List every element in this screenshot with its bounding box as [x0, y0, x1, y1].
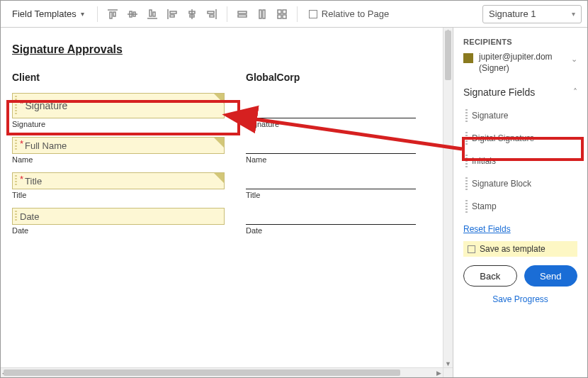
chevron-up-icon: ˄	[573, 87, 577, 97]
field-date[interactable]: Date	[12, 208, 225, 225]
field-fullname[interactable]: *Full Name	[12, 137, 225, 154]
separator	[97, 6, 98, 22]
sigfield-label: Digital Signature	[472, 133, 534, 143]
recipient-role: (Signer)	[479, 63, 553, 74]
relative-to-page-label: Relative to Page	[322, 9, 389, 19]
align-middle-icon[interactable]	[125, 6, 140, 22]
blank-line	[246, 137, 416, 154]
separator	[297, 6, 298, 22]
field-label: Date	[246, 226, 416, 235]
send-button[interactable]: Send	[524, 265, 578, 287]
field-label: Name	[12, 155, 225, 164]
sigfield-initials[interactable]: Initials	[463, 150, 577, 172]
scroll-down-icon[interactable]: ▼	[443, 360, 453, 367]
relative-to-page-toggle[interactable]: Relative to Page	[309, 9, 389, 19]
body: Signature Approvals Client *Signature Si…	[1, 28, 587, 377]
save-progress-link[interactable]: Save Progress	[492, 294, 548, 304]
field-label: Name	[246, 155, 416, 164]
document-canvas[interactable]: Signature Approvals Client *Signature Si…	[1, 28, 443, 367]
vertical-scrollbar[interactable]: ▲ ▼	[443, 28, 453, 367]
align-left-icon[interactable]	[164, 6, 180, 22]
column-heading: GlobalCorp	[246, 72, 416, 83]
toolbar: Field Templates ▾ Relative to Page Signa…	[1, 1, 587, 28]
field-label: Date	[12, 226, 225, 235]
app-window: Field Templates ▾ Relative to Page Signa…	[0, 0, 588, 378]
scroll-right-icon[interactable]: ▶	[436, 368, 441, 377]
align-center-icon[interactable]	[184, 6, 200, 22]
chevron-down-icon: ⌄	[571, 55, 577, 64]
scroll-corner	[443, 367, 453, 377]
blank-line	[246, 208, 416, 225]
field-label: Title	[246, 191, 416, 199]
recipient-color-swatch	[463, 53, 473, 63]
blank-line	[246, 172, 416, 189]
signature-fields-heading: Signature Fields	[463, 87, 535, 98]
field-templates-label: Field Templates	[12, 9, 77, 19]
field-templates-dropdown[interactable]: Field Templates ▾	[6, 6, 90, 22]
sigfield-label: Signature	[472, 111, 508, 121]
scroll-thumb[interactable]	[4, 369, 400, 376]
sigfield-stamp[interactable]: Stamp	[463, 196, 577, 217]
column-client: Client *Signature Signature *Full Name N…	[12, 72, 225, 243]
align-right-icon[interactable]	[204, 6, 220, 22]
chevron-down-icon: ▾	[81, 10, 84, 18]
column-globalcorp: GlobalCorp Signature Name Title Date	[246, 72, 416, 243]
button-row: Back Send	[463, 265, 577, 287]
signer-select-value: Signature 1	[489, 9, 536, 19]
right-panel: RECIPIENTS jupiter@jupiter.dom (Signer) …	[453, 28, 587, 377]
chevron-down-icon: ▾	[572, 10, 575, 18]
separator	[227, 6, 227, 22]
field-placeholder: Title	[25, 176, 42, 187]
checkbox-icon	[468, 245, 475, 253]
field-signature[interactable]: *Signature	[12, 93, 225, 118]
field-title[interactable]: *Title	[12, 172, 225, 189]
field-placeholder: Full Name	[25, 140, 67, 151]
sigfield-signature[interactable]: Signature	[463, 105, 577, 126]
field-label: Signature	[246, 120, 416, 128]
horizontal-scrollbar[interactable]: ◀ ▶	[1, 367, 443, 377]
match-height-icon[interactable]	[254, 6, 270, 22]
field-placeholder: Date	[20, 211, 39, 222]
match-both-icon[interactable]	[274, 6, 290, 22]
align-bottom-icon[interactable]	[145, 6, 160, 22]
back-button[interactable]: Back	[463, 265, 517, 287]
sigfield-label: Initials	[472, 156, 496, 166]
checkbox-icon	[309, 10, 317, 18]
save-as-template-label: Save as template	[480, 244, 545, 254]
sigfield-label: Stamp	[472, 201, 497, 211]
align-top-icon[interactable]	[105, 6, 120, 22]
sigfield-label: Signature Block	[472, 179, 531, 189]
document-area: Signature Approvals Client *Signature Si…	[1, 28, 453, 377]
sigfield-signature-block[interactable]: Signature Block	[463, 173, 577, 194]
recipient-row[interactable]: jupiter@jupiter.dom (Signer) ⌄	[463, 52, 577, 74]
sigfield-digital-signature[interactable]: Digital Signature	[463, 128, 577, 149]
columns: Client *Signature Signature *Full Name N…	[12, 72, 429, 243]
recipient-email: jupiter@jupiter.dom	[479, 52, 553, 63]
field-label: Signature	[12, 120, 225, 128]
match-width-icon[interactable]	[234, 6, 250, 22]
blank-line	[246, 93, 416, 118]
field-placeholder: Signature	[25, 100, 67, 111]
field-label: Title	[12, 191, 225, 199]
document-title: Signature Approvals	[12, 43, 429, 56]
save-as-template-checkbox[interactable]: Save as template	[463, 241, 577, 257]
signer-select[interactable]: Signature 1 ▾	[482, 5, 582, 23]
column-heading: Client	[12, 72, 225, 83]
scroll-thumb[interactable]	[445, 30, 451, 80]
reset-fields-link[interactable]: Reset Fields	[463, 224, 577, 234]
recipients-heading: RECIPIENTS	[463, 38, 577, 46]
signature-fields-section-header[interactable]: Signature Fields ˄	[463, 87, 577, 98]
